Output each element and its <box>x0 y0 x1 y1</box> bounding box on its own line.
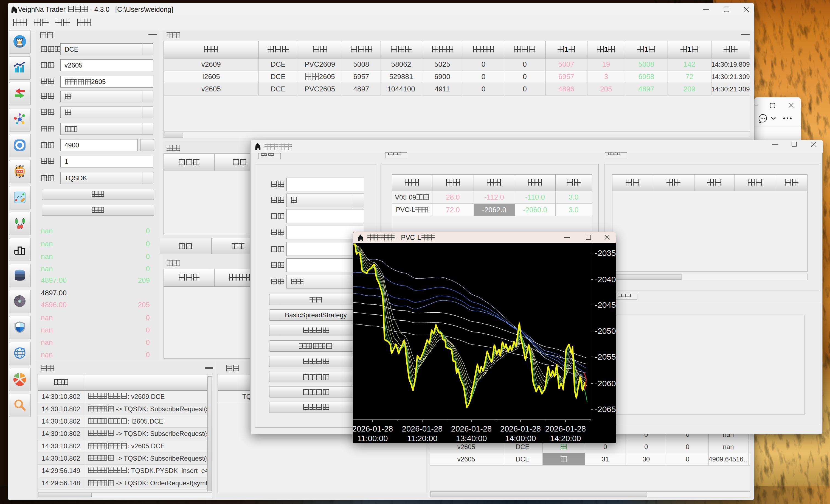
svg-text:2026-01-28: 2026-01-28 <box>500 424 541 433</box>
svg-text:-2045: -2045 <box>595 300 616 309</box>
svg-text:-2060: -2060 <box>595 379 616 388</box>
svg-text:-2040: -2040 <box>595 275 616 284</box>
svg-text:-2055: -2055 <box>595 352 616 361</box>
svg-text:-2035: -2035 <box>595 248 616 257</box>
svg-text:-2065: -2065 <box>595 405 616 414</box>
svg-text:11:00:00: 11:00:00 <box>357 434 388 443</box>
svg-text:11:20:00: 11:20:00 <box>407 434 438 443</box>
svg-text:2026-01-28: 2026-01-28 <box>402 424 443 433</box>
svg-text:14:20:00: 14:20:00 <box>550 434 581 443</box>
svg-text:2026-01-28: 2026-01-28 <box>451 424 492 433</box>
svg-text:2026-01-28: 2026-01-28 <box>353 424 393 433</box>
svg-text:2026-01-28: 2026-01-28 <box>545 424 586 433</box>
svg-text:13:40:00: 13:40:00 <box>456 434 487 443</box>
svg-text:-2050: -2050 <box>595 326 616 336</box>
svg-text:14:00:00: 14:00:00 <box>505 434 536 443</box>
